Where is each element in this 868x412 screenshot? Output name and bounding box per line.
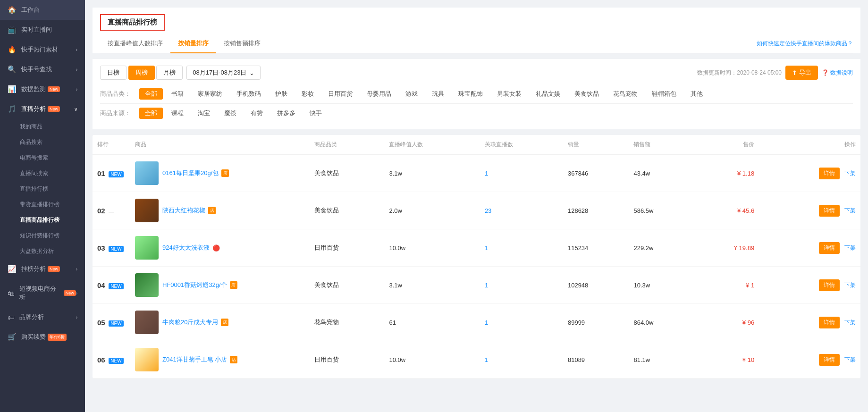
product-icons: 店 <box>221 319 228 326</box>
category-tag-food[interactable]: 美食饮品 <box>569 88 605 100</box>
tab-sales-rank[interactable]: 按销量排序 <box>170 34 216 53</box>
cell-sales: 89999 <box>563 304 629 341</box>
new-badge: New <box>48 266 60 272</box>
detail-button[interactable]: 详情 <box>819 354 840 366</box>
sidebar-item-purchase[interactable]: 🛒 购买续费 年付6折 <box>0 327 85 347</box>
product-thumbnail <box>135 348 159 371</box>
table-row: 04 NEW HF0001香菇烤翅32g/个 店 美食饮品 3.1w 1 102… <box>93 267 860 304</box>
chart-icon: 📊 <box>8 85 17 93</box>
source-tag-youzan[interactable]: 有赞 <box>245 108 269 119</box>
detail-button[interactable]: 详情 <box>819 242 840 254</box>
shelf-link[interactable]: 下架 <box>844 244 856 251</box>
source-tag-taobao[interactable]: 淘宝 <box>192 108 216 119</box>
product-name[interactable]: HF0001香菇烤翅32g/个 <box>162 281 227 289</box>
cell-category: 美食饮品 <box>310 267 384 304</box>
category-tag-baby[interactable]: 母婴用品 <box>361 88 397 100</box>
category-tag-other[interactable]: 其他 <box>685 88 708 100</box>
sidebar-sub-live-search[interactable]: 直播间搜索 <box>0 166 85 181</box>
cell-price: ¥ 19.89 <box>693 229 759 267</box>
sidebar-label-data-monitor: 数据监测 <box>21 85 46 93</box>
product-icons: 店 <box>208 207 216 214</box>
data-explain-link[interactable]: ❓ 数据说明 <box>822 69 853 77</box>
source-tag-kuaishou[interactable]: 快手 <box>304 108 328 119</box>
sidebar-sub-live-带货[interactable]: 带货直播排行榜 <box>0 197 85 212</box>
category-tag-clothing[interactable]: 男装女装 <box>491 88 527 100</box>
category-tag-home[interactable]: 家居家纺 <box>192 88 228 100</box>
sidebar-item-live-analysis[interactable]: 🎵 直播分析 New ∨ <box>0 99 85 119</box>
sidebar-item-brand[interactable]: 🏷 品牌分析 › <box>0 307 85 327</box>
cell-product: 牛肉粮20斤成犬专用 店 <box>130 304 310 341</box>
chevron-right-icon: › <box>76 315 77 320</box>
shelf-link[interactable]: 下架 <box>844 282 856 288</box>
export-btn[interactable]: ⬆ 导出 <box>785 66 818 80</box>
sidebar-item-data-monitor[interactable]: 📊 数据监测 New › <box>0 79 85 99</box>
category-tag-skincare[interactable]: 护肤 <box>270 88 293 100</box>
sidebar-sublabel-live-product-rank: 直播商品排行榜 <box>20 217 59 223</box>
sidebar-item-account-search[interactable]: 🔍 快手号查找 › <box>0 59 85 79</box>
category-tag-pets[interactable]: 花鸟宠物 <box>607 88 643 100</box>
sidebar-sub-live-product-rank[interactable]: 直播商品排行榜 <box>0 212 85 228</box>
source-tag-mojia[interactable]: 魔筷 <box>219 108 242 119</box>
sidebar-sub-product-search[interactable]: 商品搜索 <box>0 135 85 150</box>
shelf-link[interactable]: 下架 <box>844 319 856 326</box>
category-tag-makeup[interactable]: 彩妆 <box>296 88 320 100</box>
sidebar-item-live-monitor[interactable]: 📺 实时直播间 <box>0 20 85 40</box>
chevron-right-icon: › <box>76 67 77 72</box>
helper-link[interactable]: 如何快速定位快手直播间的爆款商品？ <box>757 35 853 52</box>
cell-action: 详情 下架 <box>759 192 860 229</box>
cell-linked-lives: 1 <box>480 267 563 304</box>
category-tag-books[interactable]: 书籍 <box>166 88 189 100</box>
category-tag-shoes[interactable]: 鞋帽箱包 <box>646 88 682 100</box>
product-name[interactable]: 0161每日坚果20g/包 <box>162 169 219 177</box>
tab-amount-rank[interactable]: 按销售额排序 <box>216 34 268 53</box>
detail-button[interactable]: 详情 <box>819 317 840 328</box>
detail-button[interactable]: 详情 <box>819 168 840 179</box>
weekly-btn[interactable]: 周榜 <box>128 66 155 80</box>
rank-number: 03 <box>97 244 105 252</box>
category-tag-daily[interactable]: 日用百货 <box>322 88 358 100</box>
table-row: 06 NEW Z041洋甘菊手工皂 小店 店 日用百货 10.0w 1 8108… <box>93 341 860 378</box>
date-picker[interactable]: 08月17日-08月23日 ⌄ <box>186 66 261 80</box>
cell-peak-viewers: 10.0w <box>384 341 480 378</box>
rank-new-badge: NEW <box>109 320 123 327</box>
source-tag-all[interactable]: 全部 <box>139 108 163 119</box>
cell-sales-amount: 43.4w <box>629 155 693 192</box>
product-thumbnail <box>135 273 159 297</box>
tab-peak-rank[interactable]: 按直播峰值人数排序 <box>100 34 170 53</box>
sidebar-item-rank-analysis[interactable]: 📈 挂榜分析 New › <box>0 259 85 279</box>
detail-button[interactable]: 详情 <box>819 205 840 217</box>
sidebar-sub-live-rank[interactable]: 直播排行榜 <box>0 181 85 197</box>
sidebar-sub-big-data[interactable]: 大盘数据分析 <box>0 244 85 259</box>
sidebar-item-hot-material[interactable]: 🔥 快手热门素材 › <box>0 40 85 59</box>
sidebar-item-short-video[interactable]: 🛍 短视频电商分析 New › <box>0 279 85 307</box>
sidebar-label-rank-analysis: 挂榜分析 <box>21 265 46 273</box>
category-tag-game[interactable]: 游戏 <box>400 88 423 100</box>
sidebar-sub-knowledge-rank[interactable]: 知识付费排行榜 <box>0 228 85 244</box>
product-name[interactable]: 牛肉粮20斤成犬专用 <box>162 318 218 327</box>
shop-icon: 店 <box>221 169 229 177</box>
category-tag-gifts[interactable]: 礼品文娱 <box>530 88 566 100</box>
cell-product: Z041洋甘菊手工皂 小店 店 <box>130 341 310 378</box>
product-name[interactable]: Z041洋甘菊手工皂 小店 <box>162 355 227 364</box>
category-tag-phone[interactable]: 手机数码 <box>231 88 267 100</box>
daily-btn[interactable]: 日榜 <box>100 66 126 80</box>
cell-sales: 81089 <box>563 341 629 378</box>
product-name[interactable]: 陕西大红袍花椒 <box>162 206 205 215</box>
monthly-btn[interactable]: 月榜 <box>156 66 183 80</box>
product-name[interactable]: 924好太太洗衣液 <box>162 244 210 252</box>
cell-price: ¥ 45.6 <box>693 192 759 229</box>
sidebar-sub-my-products[interactable]: 我的商品 <box>0 119 85 135</box>
category-tag-jewelry[interactable]: 珠宝配饰 <box>453 88 489 100</box>
shelf-link[interactable]: 下架 <box>844 356 856 363</box>
fire-icon: 🔥 <box>8 45 17 54</box>
category-tag-all[interactable]: 全部 <box>139 88 163 100</box>
shelf-link[interactable]: 下架 <box>844 207 856 214</box>
sidebar-sub-ecom-search[interactable]: 电商号搜索 <box>0 150 85 166</box>
shelf-link[interactable]: 下架 <box>844 170 856 177</box>
sidebar-sublabel-big-data: 大盘数据分析 <box>20 248 54 254</box>
sidebar-item-workbench[interactable]: 🏠 工作台 <box>0 0 85 20</box>
source-tag-pinduoduo[interactable]: 拼多多 <box>271 108 301 119</box>
source-tag-course[interactable]: 课程 <box>166 108 189 119</box>
category-tag-toys[interactable]: 玩具 <box>426 88 450 100</box>
detail-button[interactable]: 详情 <box>819 279 840 291</box>
